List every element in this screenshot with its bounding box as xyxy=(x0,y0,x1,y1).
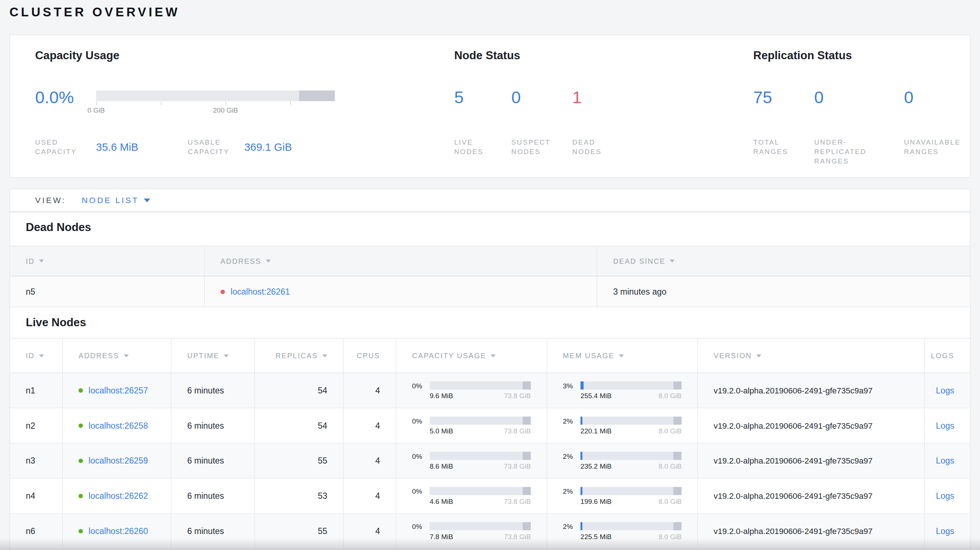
node-id-cell: n6 xyxy=(10,514,63,548)
capacity-reserved-segment xyxy=(523,416,531,424)
col-header-label: ID xyxy=(26,257,35,265)
col-header-label: CAPACITY USAGE xyxy=(412,352,486,360)
col-header-label: ID xyxy=(26,352,35,360)
mem-usage-bar xyxy=(581,522,681,530)
live-node-row: n4 localhost:26262 6 minutes 53 4 0% xyxy=(10,479,970,514)
live-node-row: n6 localhost:26260 6 minutes 55 4 0% xyxy=(10,514,970,549)
logs-link[interactable]: Logs xyxy=(936,386,954,395)
replicas-cell: 54 xyxy=(255,373,344,408)
capacity-usage-bar xyxy=(430,522,531,530)
replicas-cell: 55 xyxy=(255,443,344,478)
capacity-used-value: 7.8 MiB xyxy=(430,533,453,540)
unavailable-ranges-count: 0 xyxy=(904,87,973,138)
col-header-address[interactable]: ADDRESS xyxy=(205,246,598,276)
mem-used-value: 220.1 MiB xyxy=(581,427,612,435)
axis-tick xyxy=(290,102,291,105)
capacity-usage-cell: 0% 8.6 MiB 73.8 GiB xyxy=(396,443,547,478)
dead-node-row: n5 localhost:26261 3 minutes ago xyxy=(10,277,970,307)
mem-usage-cell: 3% 255.4 MiB 8.0 GiB xyxy=(547,373,698,408)
node-status-title: Node Status xyxy=(454,49,520,62)
capacity-reserved-segment xyxy=(523,382,531,389)
col-header-mem-usage[interactable]: MEM USAGE xyxy=(547,339,698,372)
capacity-percent: 0% xyxy=(412,522,430,530)
capacity-reserved-segment xyxy=(523,452,531,460)
cpus-cell: 4 xyxy=(344,409,396,443)
chevron-down-icon xyxy=(144,198,150,202)
dead-nodes-count: 1 xyxy=(573,87,635,138)
mem-usage-bar xyxy=(581,416,681,424)
version-cell: v19.2.0-alpha.20190606-2491-gfe735c9a97 xyxy=(698,479,924,513)
capacity-usage-bar xyxy=(430,452,531,460)
sort-caret-icon xyxy=(266,259,270,263)
col-header-label: LOGS xyxy=(931,352,954,360)
page-title: CLUSTER OVERVIEW xyxy=(10,5,180,20)
capacity-reserved-segment xyxy=(523,487,531,495)
healthy-status-dot-icon xyxy=(78,494,83,498)
logs-link[interactable]: Logs xyxy=(936,421,954,431)
col-header-version[interactable]: VERSION xyxy=(698,339,924,372)
logs-link[interactable]: Logs xyxy=(936,491,954,501)
col-header-replicas[interactable]: REPLICAS xyxy=(255,339,344,372)
cluster-summary-card: Capacity Usage 0.0% 0 GiB 200 GiB xyxy=(10,35,970,178)
cpus-cell: 4 xyxy=(344,373,396,408)
col-header-address[interactable]: ADDRESS xyxy=(63,339,172,372)
sort-caret-icon xyxy=(224,354,229,358)
node-address-link[interactable]: localhost:26261 xyxy=(231,287,290,296)
node-id-cell: n4 xyxy=(10,479,63,513)
usable-capacity-label: USABLE CAPACITY xyxy=(188,136,245,157)
capacity-percent: 0% xyxy=(412,382,430,389)
col-header-dead-since[interactable]: DEAD SINCE xyxy=(598,246,970,276)
col-header-id[interactable]: ID xyxy=(10,339,63,372)
capacity-total-value: 73.8 GiB xyxy=(504,498,531,505)
logs-link[interactable]: Logs xyxy=(936,456,954,466)
capacity-usage-cell: 0% 7.8 MiB 73.8 GiB xyxy=(396,514,547,548)
suspect-nodes-stat: 0 SUSPECT NODES xyxy=(511,87,573,157)
logs-cell: Logs xyxy=(925,443,970,478)
cpus-cell: 4 xyxy=(344,443,396,478)
mem-percent: 2% xyxy=(563,487,581,495)
mem-used-segment xyxy=(581,382,583,389)
version-cell: v19.2.0-alpha.20190606-2491-gfe735c9a97 xyxy=(698,514,924,548)
node-address-cell: localhost:26260 xyxy=(63,514,172,548)
mem-usage-cell: 2% 220.1 MiB 8.0 GiB xyxy=(547,409,698,443)
capacity-total-value: 73.8 GiB xyxy=(504,463,531,470)
node-address-link[interactable]: localhost:26262 xyxy=(89,491,148,501)
col-header-label: CPUS xyxy=(357,352,380,360)
mem-usage-bar xyxy=(581,487,681,495)
capacity-usage-cell: 0% 5.0 MiB 73.8 GiB xyxy=(396,409,547,443)
capacity-usage-bar xyxy=(430,487,531,495)
dead-nodes-header-row: ID ADDRESS DEAD SINCE xyxy=(10,246,970,277)
col-header-id[interactable]: ID xyxy=(10,246,205,276)
mem-total-value: 8.0 GiB xyxy=(659,463,681,470)
mem-used-value: 235.2 MiB xyxy=(581,463,612,470)
col-header-label: ADDRESS xyxy=(78,352,119,360)
view-selector-dropdown[interactable]: NODE LIST xyxy=(82,196,150,205)
capacity-usage-bar xyxy=(430,382,531,389)
logs-link[interactable]: Logs xyxy=(936,526,954,536)
col-header-label: UPTIME xyxy=(187,352,220,360)
col-header-capacity-usage[interactable]: CAPACITY USAGE xyxy=(396,339,547,372)
capacity-percent: 0% xyxy=(412,452,430,459)
uptime-cell: 6 minutes xyxy=(172,514,255,548)
col-header-uptime[interactable]: UPTIME xyxy=(172,339,255,372)
version-cell: v19.2.0-alpha.20190606-2491-gfe735c9a97 xyxy=(698,373,924,408)
capacity-used-percent: 0.0% xyxy=(35,87,96,108)
node-address-cell: localhost:26258 xyxy=(63,409,172,443)
dead-nodes-table: ID ADDRESS DEAD SINCE n5 localhos xyxy=(10,246,970,307)
node-address-cell: localhost:26257 xyxy=(63,373,172,408)
node-address-link[interactable]: localhost:26257 xyxy=(89,386,148,395)
node-address-link[interactable]: localhost:26260 xyxy=(89,526,148,536)
node-address-link[interactable]: localhost:26258 xyxy=(89,421,148,431)
uptime-cell: 6 minutes xyxy=(172,479,255,513)
node-id-cell: n2 xyxy=(10,409,63,443)
col-header-logs: LOGS xyxy=(925,339,970,372)
sort-caret-icon xyxy=(670,259,675,263)
node-address-link[interactable]: localhost:26259 xyxy=(89,456,148,466)
total-ranges-count: 75 xyxy=(753,87,815,138)
live-node-row: n1 localhost:26257 6 minutes 54 4 0% xyxy=(10,373,970,409)
capacity-total-value: 73.8 GiB xyxy=(504,533,531,540)
capacity-usage-title: Capacity Usage xyxy=(35,49,119,62)
mem-total-value: 8.0 GiB xyxy=(659,533,681,540)
dead-nodes-label: DEAD NODES xyxy=(573,138,616,157)
capacity-usage-bar: 0 GiB 200 GiB xyxy=(96,91,335,116)
